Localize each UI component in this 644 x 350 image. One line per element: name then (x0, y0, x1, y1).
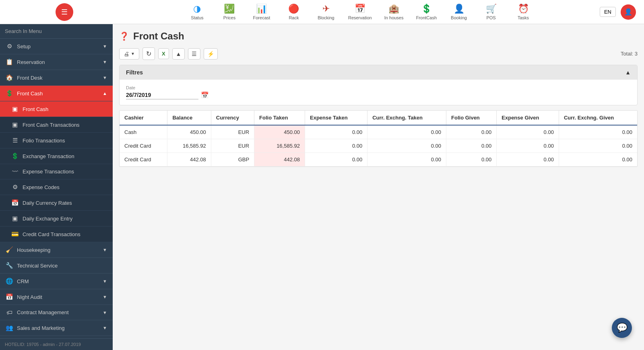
table-cell: 0.00 (305, 139, 367, 153)
table-cell: EUR (211, 125, 254, 139)
sidebar-item-frontdesk-label: Front Desk (17, 75, 43, 81)
crm-icon: 🌐 (6, 278, 13, 285)
folio-transactions-icon: ☰ (11, 137, 19, 144)
table-header-cell: Balance (167, 111, 211, 125)
blocking-icon: ✈ (322, 4, 330, 14)
table-cell: 0.00 (446, 139, 497, 153)
pos-icon: 🛒 (486, 4, 497, 14)
table-row[interactable]: Cash450.00EUR450.000.000.000.000.000.00 (120, 125, 637, 139)
sidebar-item-sales-marketing[interactable]: 👥 Sales and Marketing ▼ (0, 320, 113, 336)
user-avatar[interactable]: 👤 (621, 4, 636, 20)
calendar-icon[interactable]: 📅 (201, 91, 209, 99)
collapse-button[interactable]: ▲ (172, 48, 185, 60)
sidebar-item-daily-exchange-entry[interactable]: ▣ Daily Exchange Entry (0, 211, 113, 226)
inhouses-label: In houses (384, 15, 404, 20)
sidebar-item-contract-management[interactable]: 🏷 Contract Management ▼ (0, 305, 113, 320)
status-label: Status (191, 15, 203, 20)
sidebar-item-setup-label: Setup (17, 43, 31, 49)
booking-icon: 👤 (454, 4, 464, 14)
chevron-down-icon: ▼ (103, 325, 107, 330)
sidebar-item-setup[interactable]: ⚙ Setup ▼ (0, 39, 113, 54)
sidebar-item-front-cash-transactions[interactable]: ▣ Front Cash Transactions (0, 117, 113, 133)
help-icon[interactable]: ❓ (119, 31, 129, 41)
sidebar-item-night-audit[interactable]: 📅 Night Audit ▼ (0, 289, 113, 305)
excel-button[interactable]: X (158, 48, 169, 59)
toolbar: 🖨 ▼ ↻ X ▲ ☰ ⚡ Total: 3 (119, 47, 638, 60)
table-header-cell: Folio Given (446, 111, 497, 125)
sidebar-item-housekeeping[interactable]: 🧹 Housekeeping ▼ (0, 242, 113, 258)
menu-button[interactable]: ☰ (188, 48, 200, 60)
sidebar-item-daily-currency-rates[interactable]: 📅 Daily Currency Rates (0, 195, 113, 211)
housekeeping-label: Housekeeping (17, 247, 50, 253)
sidebar-item-technical-service[interactable]: 🔧 Technical Service (0, 258, 113, 274)
rack-icon: 🔴 (288, 4, 299, 14)
setup-icon: ⚙ (6, 43, 13, 50)
table-header-cell: Expense Taken (305, 111, 367, 125)
table-row[interactable]: Credit Card442.08GBP442.080.000.000.000.… (120, 153, 637, 167)
sidebar-item-folio-transactions[interactable]: ☰ Folio Transactions (0, 133, 113, 148)
table-row[interactable]: Credit Card16,585.92EUR16,585.920.000.00… (120, 139, 637, 153)
reservation-label: Reservation (348, 15, 372, 20)
nav-item-booking[interactable]: 👤 Booking (449, 4, 469, 20)
sidebar-item-frontcash-label: Front Cash (17, 91, 43, 97)
data-table: CashierBalanceCurrencyFolio TakenExpense… (120, 111, 637, 167)
sales-marketing-label: Sales and Marketing (17, 325, 65, 331)
table-cell: GBP (211, 153, 254, 167)
chevron-down-icon: ▼ (103, 247, 107, 252)
date-filter-field: Date 📅 (126, 85, 631, 99)
search-input[interactable] (5, 28, 108, 34)
chat-fab-button[interactable]: 💬 (612, 318, 632, 338)
date-input[interactable] (126, 91, 198, 99)
top-navigation: ☰ ◑ Status 💹 Prices 📊 Forecast 🔴 Rack ✈ … (0, 0, 644, 24)
table-cell: 0.00 (367, 139, 446, 153)
table-cell: 0.00 (446, 153, 497, 167)
sidebar-item-frontdesk[interactable]: 🏠 Front Desk ▼ (0, 70, 113, 86)
nav-item-tasks[interactable]: ⏰ Tasks (513, 4, 533, 20)
nav-item-reservation[interactable]: 📅 Reservation (348, 4, 372, 20)
top-nav-left: ☰ (8, 3, 121, 21)
expense-codes-icon: ⚙ (11, 183, 19, 191)
table-cell: 16,585.92 (167, 139, 211, 153)
table-cell: 0.00 (446, 125, 497, 139)
page-title: Front Cash (133, 31, 184, 42)
forecast-label: Forecast (253, 15, 270, 20)
table-cell: 16,585.92 (254, 139, 305, 153)
filter-header[interactable]: Filtres ▲ (120, 65, 637, 80)
sidebar-item-expense-codes[interactable]: ⚙ Expense Codes (0, 179, 113, 195)
nav-item-forecast[interactable]: 📊 Forecast (252, 4, 272, 20)
nav-item-rack[interactable]: 🔴 Rack (284, 4, 304, 20)
contract-management-icon: 🏷 (6, 309, 13, 316)
table-cell: Credit Card (120, 153, 167, 167)
table-header-cell: Expense Given (497, 111, 559, 125)
sidebar-item-frontcash[interactable]: 💲 Front Cash ▲ (0, 86, 113, 101)
frontcash-icon: 💲 (6, 90, 13, 97)
refresh-button[interactable]: ↻ (142, 47, 155, 60)
expense-transactions-label: Expense Transactions (23, 169, 74, 175)
sidebar-item-reservation[interactable]: 📋 Reservation ▼ (0, 54, 113, 70)
nav-item-prices[interactable]: 💹 Prices (219, 4, 239, 20)
sidebar-item-expense-transactions[interactable]: 〰 Expense Transactions (0, 164, 113, 179)
sidebar-item-front-cash[interactable]: ▣ Front Cash (0, 101, 113, 117)
rack-label: Rack (289, 15, 299, 20)
sidebar-item-exchange-transaction[interactable]: 💲 Exchange Transaction (0, 148, 113, 164)
chevron-down-icon: ▼ (103, 279, 107, 284)
nav-item-frontcash[interactable]: 💲 FrontCash (416, 4, 437, 20)
chevron-up-icon: ▲ (103, 91, 107, 96)
frontdesk-icon: 🏠 (6, 74, 13, 81)
nav-item-inhouses[interactable]: 🏨 In houses (384, 4, 404, 20)
status-icon: ◑ (193, 4, 201, 14)
table-header-cell: Curr. Exchng. Taken (367, 111, 446, 125)
print-button[interactable]: 🖨 ▼ (119, 48, 139, 60)
nav-item-blocking[interactable]: ✈ Blocking (316, 4, 336, 20)
hamburger-button[interactable]: ☰ (56, 3, 73, 21)
table-cell: Credit Card (120, 139, 167, 153)
nav-item-status[interactable]: ◑ Status (187, 4, 207, 20)
reservation-icon: 📅 (355, 4, 365, 14)
nav-item-pos[interactable]: 🛒 POS (481, 4, 501, 20)
sidebar-item-credit-card-transactions[interactable]: 💳 Credit Card Transactions (0, 226, 113, 242)
lightning-button[interactable]: ⚡ (204, 48, 218, 60)
expense-codes-label: Expense Codes (23, 184, 60, 190)
sidebar-item-crm[interactable]: 🌐 CRM ▼ (0, 274, 113, 289)
language-button[interactable]: EN (600, 7, 616, 17)
technical-service-label: Technical Service (17, 263, 58, 269)
